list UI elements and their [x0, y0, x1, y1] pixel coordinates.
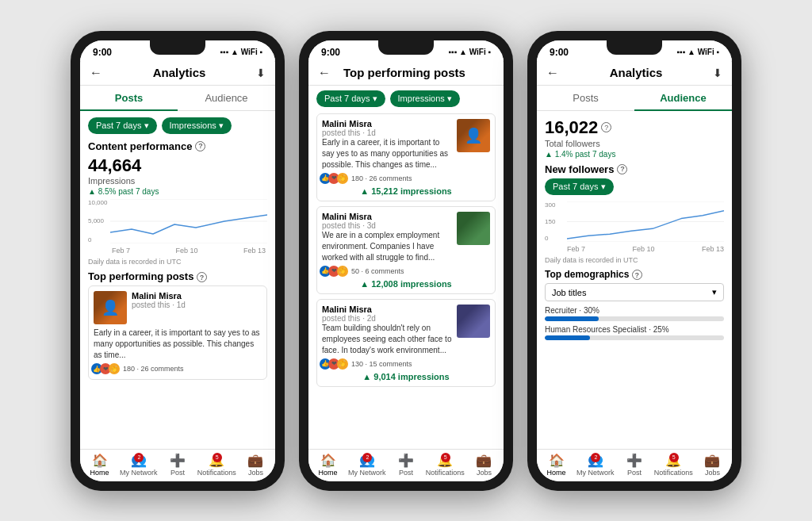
nav-home-label-3: Home — [547, 469, 566, 477]
notch-3 — [607, 40, 662, 55]
nav-network-2[interactable]: 👥 My Network 2 — [347, 453, 386, 477]
reactions-2: 👍 ❤ 👏 50 · 6 comments — [322, 266, 490, 277]
phone-analytics-posts: 9:00 ▪▪▪ ▲ WiFi ▪ ← Analytics ⬇ Posts Au… — [71, 31, 285, 491]
nav-post-2[interactable]: ➕ Post — [386, 453, 425, 477]
home-icon-3: 🏠 — [549, 453, 565, 468]
notifications-badge-3: 5 — [669, 453, 679, 462]
reaction-icons: 👍 ❤ 👏 — [94, 363, 120, 374]
recruiter-bar-bg — [545, 316, 724, 321]
phone-top-posts: 9:00 ▪▪▪ ▲ WiFi ▪ ← Top performing posts… — [299, 31, 513, 491]
hr-bar-bg — [545, 335, 724, 340]
status-icons: ▪▪▪ ▲ WiFi ▪ — [220, 48, 262, 56]
x-label-2-3: Feb 10 — [632, 245, 654, 253]
new-followers-help[interactable]: ? — [617, 164, 627, 174]
dropdown-arrow-icon: ▾ — [712, 287, 717, 297]
new-followers-title: New followers ? — [545, 163, 724, 175]
nav-notifications-3[interactable]: 🔔 Notifications 5 — [654, 453, 693, 477]
nav-home-label-2: Home — [319, 469, 338, 477]
metric-filter-2[interactable]: Impressions ▾ — [390, 90, 460, 107]
nav-jobs[interactable]: 💼 Jobs — [236, 453, 275, 477]
post-reactions: 👍 ❤ 👏 180 · 26 comments — [94, 363, 262, 374]
nav-network[interactable]: 👥 My Network 2 — [119, 453, 158, 477]
job-titles-dropdown[interactable]: Job titles ▾ — [545, 283, 724, 301]
top-posts-help-icon[interactable]: ? — [197, 272, 207, 282]
top-posts-title: Top performing posts ? — [88, 270, 267, 283]
author-3: Malini Misra — [322, 305, 453, 314]
clap-reaction: 👏 — [109, 363, 120, 374]
nav-post[interactable]: ➕ Post — [158, 453, 197, 477]
clap-2: 👏 — [337, 266, 348, 277]
followers-date-filter[interactable]: Past 7 days ▾ — [545, 178, 614, 195]
download-button-3[interactable]: ⬇ — [713, 67, 722, 79]
date-filter[interactable]: Past 7 days ▾ — [88, 117, 157, 134]
nav-home[interactable]: 🏠 Home — [80, 453, 119, 477]
post-header-2: Malini Misra posted this · 3d We are in … — [322, 212, 490, 263]
text-3: Team building shouldn't rely on employee… — [322, 323, 453, 356]
utc-note-3: Daily data is recorded in UTC — [545, 256, 724, 264]
metric-filter[interactable]: Impressions ▾ — [162, 117, 232, 134]
back-button-2[interactable]: ← — [318, 66, 331, 80]
tabs-3: Posts Audience — [537, 86, 732, 111]
nav-notifications-label: Notifications — [197, 469, 236, 477]
y-label-bottom: 0 — [88, 236, 107, 243]
y-label-bottom-3: 0 — [545, 235, 555, 242]
nav-post-label: Post — [170, 469, 185, 477]
thumb-img-3 — [457, 305, 490, 338]
clap-1: 👏 — [337, 173, 348, 184]
thumb-3 — [457, 305, 490, 338]
tab-audience[interactable]: Audience — [178, 86, 275, 110]
thumb-2 — [457, 212, 490, 245]
impressions-1: ▲ 15,212 impressions — [322, 186, 490, 196]
filter-row-3: Past 7 days ▾ — [545, 178, 724, 195]
back-button-3[interactable]: ← — [546, 66, 559, 80]
x-label-2: Feb 10 — [175, 247, 197, 255]
post-card-3: Malini Misra posted this · 2d Team build… — [316, 299, 496, 387]
followers-number: 16,022 — [545, 117, 598, 138]
x-axis-labels-3: Feb 7 Feb 10 Feb 13 — [567, 245, 724, 253]
reaction-count-1: 180 · 26 comments — [351, 174, 412, 182]
tab-posts[interactable]: Posts — [80, 86, 178, 110]
demographics-help[interactable]: ? — [632, 270, 642, 280]
followers-help-icon[interactable]: ? — [601, 122, 611, 132]
demo-bar-recruiter: Recruiter · 30% — [545, 306, 724, 321]
filter-row: Past 7 days ▾ Impressions ▾ — [88, 117, 267, 134]
post-icon-2: ➕ — [398, 453, 414, 468]
help-icon[interactable]: ? — [195, 141, 205, 151]
jobs-icon-3: 💼 — [704, 453, 720, 468]
nav-post-3[interactable]: ➕ Post — [615, 453, 653, 477]
post-header-3: Malini Misra posted this · 2d Team build… — [322, 305, 490, 356]
network-badge: 2 — [134, 453, 144, 462]
time-3: posted this · 2d — [322, 314, 453, 323]
post-icon: ➕ — [170, 453, 186, 468]
network-badge-3: 2 — [591, 453, 600, 462]
nav-notifications-2[interactable]: 🔔 Notifications 5 — [426, 453, 465, 477]
post-icon-3: ➕ — [626, 453, 642, 468]
nav-home-2[interactable]: 🏠 Home — [308, 453, 347, 477]
nav-home-3[interactable]: 🏠 Home — [537, 453, 576, 477]
reaction-icons-3: 👍 ❤ 👏 — [322, 358, 348, 370]
back-button[interactable]: ← — [90, 66, 102, 80]
nav-jobs-2[interactable]: 💼 Jobs — [465, 453, 504, 477]
nav-notifications-label-3: Notifications — [654, 469, 693, 477]
page-title-3: Analytics — [610, 66, 663, 79]
tabs: Posts Audience — [80, 86, 275, 111]
reactions-1: 👍 ❤ 👏 180 · 26 comments — [322, 173, 490, 184]
recruiter-bar-fill — [545, 316, 599, 321]
nav-jobs-3[interactable]: 💼 Jobs — [693, 453, 732, 477]
page-title-2: Top performing posts — [343, 66, 465, 79]
filter-row-2: Past 7 days ▾ Impressions ▾ — [316, 90, 496, 107]
content-performance-title: Content performance ? — [88, 140, 267, 152]
y-axis-labels-3: 300 150 0 — [545, 201, 555, 242]
trend-indicator: ▲ 8.5% past 7 days — [88, 187, 267, 196]
post-meta-2: Malini Misra posted this · 3d We are in … — [322, 212, 453, 263]
date-filter-2[interactable]: Past 7 days ▾ — [316, 90, 385, 107]
nav-network-3[interactable]: 👥 My Network 2 — [576, 453, 615, 477]
author-2: Malini Misra — [322, 212, 453, 221]
nav-notifications[interactable]: 🔔 Notifications 5 — [197, 453, 236, 477]
tab-audience-3[interactable]: Audience — [634, 86, 732, 110]
download-button[interactable]: ⬇ — [256, 67, 266, 79]
notifications-badge-2: 5 — [441, 453, 450, 462]
followers-trend: ▲ 1.4% past 7 days — [545, 150, 724, 159]
tab-posts-3[interactable]: Posts — [537, 86, 634, 110]
x-label-3: Feb 13 — [243, 247, 266, 255]
